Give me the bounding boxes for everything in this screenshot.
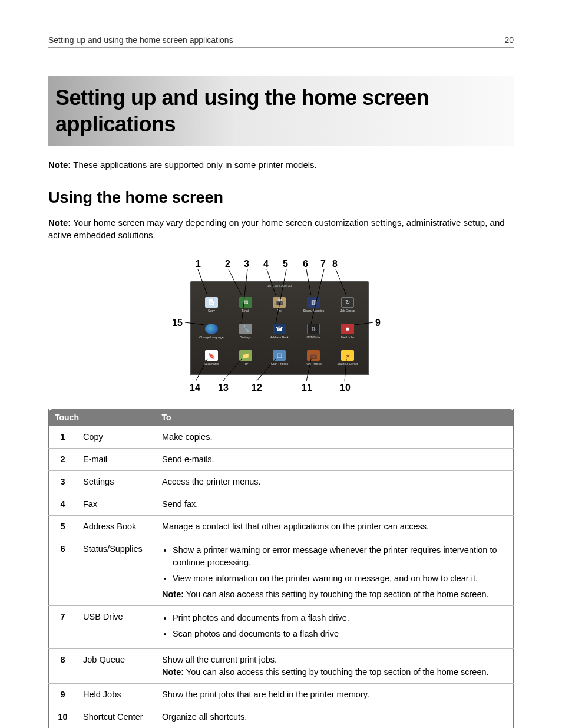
table-row: 8 Job Queue Show all the current print j… bbox=[49, 649, 514, 684]
table-row: 10Shortcut CenterOrganize all shortcuts. bbox=[49, 706, 514, 728]
note-label: Note: bbox=[48, 160, 71, 170]
callout-11: 11 bbox=[302, 383, 312, 393]
briefcase-icon: 💼 bbox=[307, 350, 320, 361]
callout-5: 5 bbox=[283, 259, 288, 269]
callout-4: 4 bbox=[263, 259, 269, 269]
note-text: You can also access this setting by touc… bbox=[184, 667, 489, 677]
note-text: Your home screen may vary depending on y… bbox=[48, 218, 505, 240]
table-row: 9Held JobsShow the print jobs that are h… bbox=[49, 684, 514, 706]
app-settings: 🔧Settings bbox=[230, 318, 262, 344]
email-icon: ✉ bbox=[239, 297, 252, 308]
wrench-icon: 🔧 bbox=[239, 324, 252, 334]
chapter-title: Setting up and using the home screen app… bbox=[55, 84, 507, 137]
callout-13: 13 bbox=[218, 383, 229, 393]
note-1: Note: These applications are supported o… bbox=[48, 159, 514, 171]
status-icon: ▥ bbox=[307, 297, 320, 308]
globe-icon bbox=[205, 324, 218, 334]
callout-6: 6 bbox=[303, 259, 308, 269]
callout-7: 7 bbox=[320, 259, 326, 269]
usb-icon: ⇅ bbox=[307, 324, 320, 334]
list-item: Show a printer warning or error message … bbox=[173, 544, 507, 569]
ftp-icon: 📁 bbox=[239, 350, 252, 361]
callout-8: 8 bbox=[332, 259, 338, 269]
page: Setting up and using the home screen app… bbox=[0, 0, 562, 728]
desc: Show all the current print jobs. bbox=[162, 654, 507, 666]
section-heading: Using the home screen bbox=[48, 189, 514, 207]
table-row: 1CopyMake copies. bbox=[49, 426, 514, 449]
running-title: Setting up and using the home screen app… bbox=[48, 35, 233, 45]
heldjobs-icon: ■ bbox=[341, 324, 354, 334]
figure-home-screen: 1 2 3 4 5 6 7 8 15 9 14 13 12 11 10 157.… bbox=[48, 259, 514, 397]
list-item: Scan photos and documents to a flash dri… bbox=[173, 628, 507, 640]
app-addressbook: ☎Address Book bbox=[264, 318, 296, 344]
star-icon: ★ bbox=[341, 350, 354, 361]
page-number: 20 bbox=[504, 35, 514, 45]
th-touch: Touch bbox=[49, 409, 156, 426]
app-jobqueue: ↻Job Queue bbox=[332, 292, 363, 317]
app-scanprofiles: ☐Scan Profiles bbox=[264, 345, 296, 371]
app-usb: ⇅USB Drive bbox=[297, 318, 329, 344]
app-fax: 📠Fax bbox=[264, 292, 296, 317]
queue-icon: ↻ bbox=[341, 297, 354, 308]
fax-icon: 📠 bbox=[273, 297, 286, 308]
callout-9: 9 bbox=[375, 318, 381, 328]
note-2: Note: Your home screen may vary dependin… bbox=[48, 216, 514, 241]
table-row: 6 Status/Supplies Show a printer warning… bbox=[49, 538, 514, 606]
callout-2: 2 bbox=[225, 259, 230, 269]
app-appprofiles: 💼App Profiles bbox=[297, 345, 329, 371]
app-email: ✉Email bbox=[230, 292, 262, 317]
printer-home-screen: 157.184.230.23 📄Copy ✉Email 📠Fax ▥Status… bbox=[190, 281, 369, 375]
app-status: ▥Status/ Supplies bbox=[297, 292, 329, 317]
list-item: View more information on the printer war… bbox=[173, 572, 507, 585]
note-label: Note: bbox=[162, 589, 184, 599]
chapter-banner: Setting up and using the home screen app… bbox=[48, 76, 514, 146]
app-shortcutcenter: ★Shortcut Center bbox=[332, 345, 363, 371]
app-ftp: 📁FTP bbox=[230, 345, 262, 371]
running-header: Setting up and using the home screen app… bbox=[48, 35, 514, 48]
app-heldjobs: ■Held Jobs bbox=[332, 318, 363, 344]
note-text: These applications are supported only in… bbox=[71, 160, 316, 170]
app-language: Change Language bbox=[196, 318, 227, 344]
screen-status-bar: 157.184.230.23 bbox=[191, 282, 368, 289]
th-to: To bbox=[156, 409, 514, 426]
bookmark-icon: 🔖 bbox=[205, 350, 218, 361]
table-row: 4FaxSend fax. bbox=[49, 493, 514, 516]
table-row: 5Address BookManage a contact list that … bbox=[49, 516, 514, 538]
table-row: 2E-mailSend e-mails. bbox=[49, 449, 514, 471]
note-text: You can also access this setting by touc… bbox=[184, 589, 489, 599]
app-copy: 📄Copy bbox=[196, 292, 227, 317]
note-label: Note: bbox=[162, 667, 184, 677]
app-bookmarks: 🔖Bookmarks bbox=[196, 345, 227, 371]
callout-3: 3 bbox=[244, 259, 249, 269]
callout-10: 10 bbox=[340, 383, 351, 393]
table-row: 7 USB Drive Print photos and documents f… bbox=[49, 606, 514, 649]
copy-icon: 📄 bbox=[205, 297, 218, 308]
table-row: 3SettingsAccess the printer menus. bbox=[49, 471, 514, 493]
note-label: Note: bbox=[48, 218, 71, 228]
home-screen-table: Touch To 1CopyMake copies. 2E-mailSend e… bbox=[48, 409, 514, 728]
callout-12: 12 bbox=[252, 383, 262, 393]
callout-15: 15 bbox=[172, 318, 183, 328]
list-item: Print photos and documents from a flash … bbox=[173, 612, 507, 624]
callout-14: 14 bbox=[190, 383, 200, 393]
scan-icon: ☐ bbox=[273, 350, 286, 361]
addressbook-icon: ☎ bbox=[273, 324, 286, 334]
callout-1: 1 bbox=[196, 259, 201, 269]
